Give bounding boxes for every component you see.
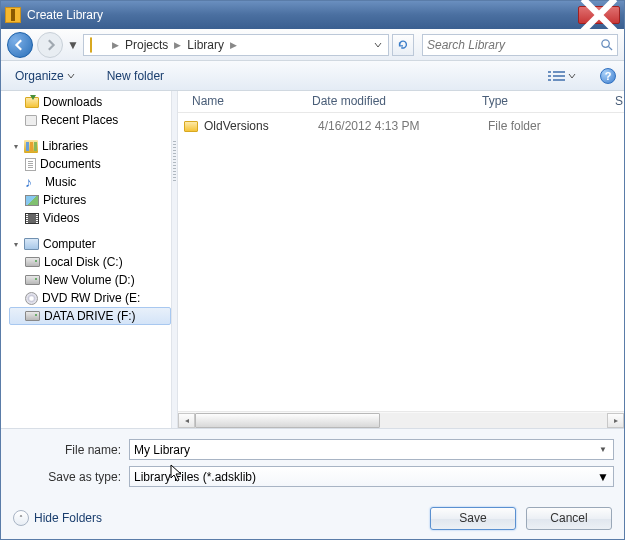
svg-rect-3 — [548, 75, 551, 77]
scroll-track[interactable] — [195, 413, 607, 428]
app-icon — [5, 7, 21, 23]
window-title: Create Library — [27, 8, 578, 22]
view-options-button[interactable] — [544, 67, 580, 85]
tree-item-pictures[interactable]: Pictures — [9, 191, 171, 209]
svg-rect-5 — [548, 79, 551, 81]
downloads-icon — [25, 97, 39, 108]
tree-item-recent-places[interactable]: Recent Places — [9, 111, 171, 129]
tree-item-videos[interactable]: Videos — [9, 209, 171, 227]
nav-history-dropdown[interactable]: ▼ — [67, 38, 79, 52]
tree-group-libraries[interactable]: ▾Libraries — [9, 137, 171, 155]
toolbar: Organize New folder ? — [1, 61, 624, 91]
tree-item-documents[interactable]: Documents — [9, 155, 171, 173]
column-name[interactable]: Name — [184, 91, 304, 112]
create-library-dialog: Create Library ▼ ▶ Projects ▶ Library ▶ — [0, 0, 625, 540]
svg-rect-6 — [553, 79, 565, 81]
navigation-tree[interactable]: Downloads Recent Places ▾Libraries Docum… — [1, 91, 171, 428]
chevron-down-icon[interactable] — [374, 41, 382, 49]
save-as-type-select[interactable]: Library Files (*.adsklib) ▼ — [129, 466, 614, 487]
recent-places-icon — [25, 115, 37, 126]
column-type[interactable]: Type — [474, 91, 607, 112]
horizontal-scrollbar[interactable]: ◂ ▸ — [178, 411, 624, 428]
chevron-down-icon[interactable]: ▼ — [597, 445, 609, 454]
videos-icon — [25, 213, 39, 224]
dialog-footer: ˄ Hide Folders Save Cancel — [1, 497, 624, 539]
search-icon — [600, 38, 613, 51]
computer-icon — [24, 238, 39, 250]
chevron-right-icon: ▶ — [110, 40, 121, 50]
expand-icon[interactable]: ▾ — [11, 142, 20, 151]
folder-icon — [90, 38, 106, 52]
navigation-bar: ▼ ▶ Projects ▶ Library ▶ — [1, 29, 624, 61]
drive-icon — [25, 275, 40, 285]
column-date-modified[interactable]: Date modified — [304, 91, 474, 112]
scroll-right-button[interactable]: ▸ — [607, 413, 624, 428]
expand-icon[interactable]: ▾ — [11, 240, 20, 249]
column-headers: Name Date modified Type S — [178, 91, 624, 113]
help-button[interactable]: ? — [600, 68, 616, 84]
chevron-up-icon: ˄ — [13, 510, 29, 526]
view-icon — [548, 69, 566, 83]
libraries-icon — [24, 140, 38, 153]
drive-icon — [25, 311, 40, 321]
breadcrumb-segment[interactable]: Projects — [121, 38, 172, 52]
scroll-left-button[interactable]: ◂ — [178, 413, 195, 428]
organize-menu[interactable]: Organize — [9, 67, 81, 85]
tree-item-dvd-rw-drive-e[interactable]: DVD RW Drive (E: — [9, 289, 171, 307]
search-input[interactable] — [427, 38, 600, 52]
cancel-button[interactable]: Cancel — [526, 507, 612, 530]
pictures-icon — [25, 195, 39, 206]
close-button[interactable] — [578, 6, 620, 24]
folder-icon — [184, 121, 198, 132]
scroll-thumb[interactable] — [195, 413, 380, 428]
search-box[interactable] — [422, 34, 618, 56]
main-area: Downloads Recent Places ▾Libraries Docum… — [1, 91, 624, 428]
file-list-body[interactable]: OldVersions 4/16/2012 4:13 PM File folde… — [178, 113, 624, 411]
tree-item-local-disk-c[interactable]: Local Disk (C:) — [9, 253, 171, 271]
chevron-down-icon[interactable]: ▼ — [597, 470, 609, 484]
file-name-label: File name: — [11, 443, 129, 457]
new-folder-button[interactable]: New folder — [101, 67, 170, 85]
save-button[interactable]: Save — [430, 507, 516, 530]
tree-item-data-drive-f[interactable]: DATA DRIVE (F:) — [9, 307, 171, 325]
tree-group-computer[interactable]: ▾Computer — [9, 235, 171, 253]
chevron-right-icon: ▶ — [228, 40, 239, 50]
refresh-button[interactable] — [392, 34, 414, 56]
breadcrumb[interactable]: ▶ Projects ▶ Library ▶ — [83, 34, 389, 56]
tree-item-downloads[interactable]: Downloads — [9, 93, 171, 111]
drive-icon — [25, 257, 40, 267]
file-list: Name Date modified Type S OldVersions 4/… — [178, 91, 624, 428]
chevron-right-icon: ▶ — [172, 40, 183, 50]
save-as-type-label: Save as type: — [11, 470, 129, 484]
column-size[interactable]: S — [607, 91, 624, 112]
chevron-down-icon — [568, 72, 576, 80]
hide-folders-button[interactable]: ˄ Hide Folders — [13, 510, 102, 526]
forward-button[interactable] — [37, 32, 63, 58]
svg-rect-2 — [553, 71, 565, 73]
titlebar: Create Library — [1, 1, 624, 29]
file-name-field[interactable]: ▼ — [129, 439, 614, 460]
chevron-down-icon — [67, 72, 75, 80]
svg-point-0 — [602, 40, 609, 47]
tree-item-music[interactable]: ♪Music — [9, 173, 171, 191]
breadcrumb-segment[interactable]: Library — [183, 38, 228, 52]
music-icon: ♪ — [25, 175, 41, 189]
svg-rect-4 — [553, 75, 565, 77]
svg-rect-1 — [548, 71, 551, 73]
file-name-input[interactable] — [134, 443, 597, 457]
splitter[interactable] — [171, 91, 178, 428]
tree-item-new-volume-d[interactable]: New Volume (D:) — [9, 271, 171, 289]
save-fields: File name: ▼ Save as type: Library Files… — [1, 429, 624, 497]
file-row[interactable]: OldVersions 4/16/2012 4:13 PM File folde… — [184, 117, 618, 135]
disc-icon — [25, 292, 38, 305]
documents-icon — [25, 158, 36, 171]
back-button[interactable] — [7, 32, 33, 58]
